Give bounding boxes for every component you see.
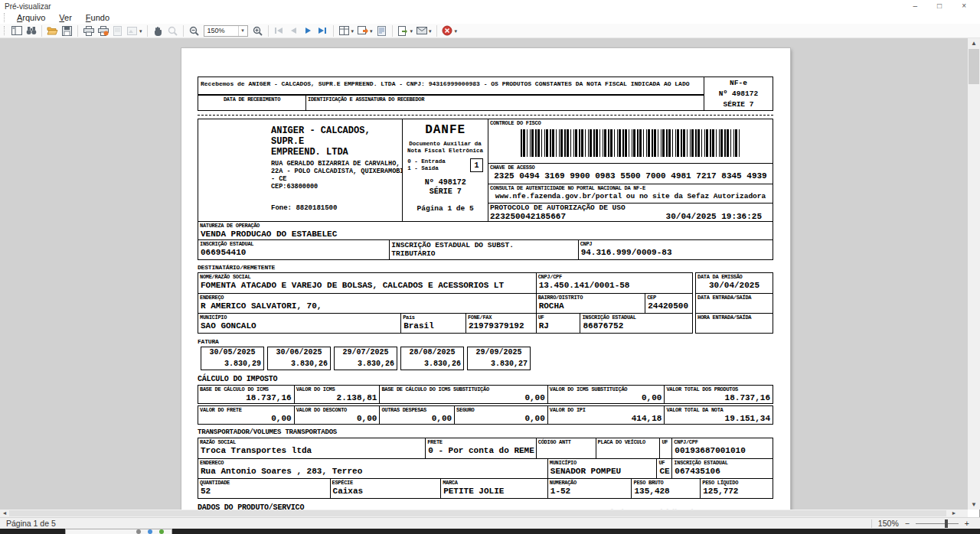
export-button[interactable] — [396, 24, 410, 37]
prev-page-button[interactable] — [286, 24, 301, 37]
dest-municipio: SAO GONCALO — [198, 321, 400, 331]
zoom-combobox[interactable]: 150% ▾ — [204, 25, 248, 37]
vl-total-prod-label: VALOR TOTAL DOS PRODUTOS — [665, 386, 773, 392]
toolbar-grip — [4, 26, 6, 35]
emitente-cep: CEP:63800000 — [271, 183, 402, 190]
fatura-section-title: FATURA — [198, 338, 773, 345]
taskbar-app-icon[interactable] — [159, 529, 164, 534]
taskbar-app-icon[interactable] — [136, 529, 141, 534]
taskbar-search-box[interactable] — [65, 529, 172, 534]
ie-value: 066954410 — [198, 247, 389, 258]
danfe-subtitle: Documento Auxiliar da Nota Fiscal Eletrô… — [407, 141, 483, 155]
document-properties-button[interactable] — [374, 24, 389, 37]
email-button[interactable] — [414, 24, 429, 37]
zoom-combobox-caret[interactable]: ▾ — [238, 26, 247, 36]
close-preview-button[interactable] — [440, 24, 455, 37]
dest-uf: RJ — [537, 321, 580, 331]
scroll-right-icon[interactable]: ► — [949, 510, 959, 517]
windows-taskbar[interactable] — [0, 529, 980, 534]
export-format-button[interactable] — [355, 24, 370, 37]
title-bar: Pré-visualizar – □ × — [0, 0, 980, 11]
statusbar-zoom-level: 150% — [878, 519, 899, 528]
document-icon — [377, 26, 386, 36]
vl-ipi-label: VALOR DO IPI — [548, 406, 665, 413]
dest-pais: Brasil — [401, 321, 466, 331]
last-page-button[interactable] — [315, 24, 330, 37]
fatura-parcela: 29/09/20253.830,27 — [467, 347, 531, 370]
zoom-slider[interactable] — [916, 523, 959, 524]
folder-open-icon — [47, 26, 58, 35]
toolbar-separator — [77, 25, 78, 37]
export-page-icon — [398, 26, 407, 36]
transportador-section-title: TRANSPORTADOR/VOLUMES TRANSPORTADOS — [198, 429, 773, 436]
toolbar: ▾ 150% ▾ ▾ ▾ ▾ ▾ ▾ — [0, 24, 980, 38]
page-layout-caret[interactable]: ▾ — [351, 24, 354, 37]
save-button[interactable] — [60, 24, 74, 37]
thumbnails-panel-button[interactable] — [9, 24, 24, 37]
scroll-down-icon[interactable]: ▼ — [968, 501, 980, 508]
zoom-combobox-value: 150% — [204, 27, 238, 34]
bc-icms-st: 0,00 — [380, 392, 547, 403]
transp-especie: Caixas — [331, 486, 441, 497]
page-layout-button[interactable] — [337, 24, 351, 37]
print-button[interactable] — [81, 24, 96, 37]
watermark-dropdown-caret[interactable]: ▾ — [139, 24, 142, 37]
scroll-left-icon[interactable]: ◄ — [0, 510, 9, 517]
minimize-button[interactable]: – — [913, 2, 918, 11]
open-button[interactable] — [45, 24, 60, 37]
emitente-fone: Fone: 8820181500 — [271, 204, 337, 212]
cnpj-label: CNPJ — [579, 240, 773, 247]
transp-endereco-label: ENDERECO — [198, 459, 547, 466]
canhoto-serie: SÉRIE 7 — [704, 99, 773, 110]
vertical-scrollbar[interactable]: ▲ ▼ — [968, 38, 980, 510]
vertical-scroll-thumb[interactable] — [969, 49, 979, 84]
dest-pais-label: País — [401, 314, 466, 321]
menu-arquivo[interactable]: Arquivo — [11, 12, 51, 23]
page-setup-button[interactable] — [110, 24, 125, 37]
zoom-slider-minus[interactable]: − — [905, 519, 910, 528]
zoom-slider-thumb[interactable] — [945, 519, 948, 528]
danfe-entrada-saida: 0 - Entrada 1 - Saída — [407, 158, 446, 172]
watermark-button[interactable] — [125, 24, 139, 37]
horizontal-scroll-thumb[interactable] — [9, 510, 946, 516]
menu-fundo[interactable]: Fundo — [80, 12, 116, 23]
close-preview-caret[interactable]: ▾ — [455, 24, 458, 37]
maximize-button[interactable]: □ — [937, 2, 942, 11]
email-caret[interactable]: ▾ — [429, 24, 432, 37]
emitente-nome: ANIGER - CALCADOS, SUPR.E EMPREEND. LTDA — [271, 125, 402, 158]
layout-grid-icon — [339, 26, 349, 35]
barcode — [521, 129, 740, 157]
quick-print-button[interactable] — [96, 24, 110, 37]
prev-page-icon — [291, 28, 296, 34]
taskbar-app-icon[interactable] — [148, 529, 152, 534]
transp-ie-label: INSCRIÇÃO ESTADUAL — [672, 459, 773, 466]
transp-municipio-label: MUNICÍPIO — [548, 459, 657, 466]
first-page-button[interactable] — [272, 24, 286, 37]
next-page-button[interactable] — [301, 24, 315, 37]
consulta-value: www.nfe.fazenda.gov.br/portal ou no site… — [488, 191, 773, 202]
dest-ie-label: INSCRIÇÃO ESTADUAL — [580, 314, 692, 321]
zoom-out-button[interactable] — [187, 24, 201, 37]
zoom-in-button[interactable] — [250, 24, 265, 37]
transp-placa-label: PLACA DO VEÍCULO — [596, 438, 660, 445]
emissao-label: DATA DA EMISSÃO — [696, 273, 773, 280]
page-indicator: Página 1 de 5 — [0, 519, 56, 528]
horizontal-scrollbar[interactable]: ◄ ► — [0, 510, 968, 517]
close-window-button[interactable]: × — [962, 2, 966, 11]
scroll-up-icon[interactable]: ▲ — [968, 40, 980, 47]
hora-entrada-label: HORA ENTRADA/SAÍDA — [696, 314, 773, 321]
menu-ver[interactable]: Ver — [53, 12, 78, 23]
outras: 0,00 — [380, 413, 454, 424]
dest-fone-label: FONE/FAX — [466, 314, 536, 321]
export-format-caret[interactable]: ▾ — [370, 24, 373, 37]
find-button[interactable] — [24, 24, 38, 37]
status-bar: Página 1 de 5 150% − + — [0, 517, 980, 529]
hand-icon — [153, 26, 162, 36]
pan-button[interactable] — [151, 24, 165, 37]
zoom-slider-plus[interactable]: + — [965, 519, 969, 528]
export-caret[interactable]: ▾ — [410, 24, 413, 37]
transp-frete: 0 - Por conta do REME — [426, 445, 536, 456]
transp-qtd-label: QUANTIDADE — [198, 479, 330, 486]
assinatura-label: IDENTIFICAÇÃO E ASSINATURA DO RECEBEDOR — [306, 96, 704, 103]
zoom-tool-button[interactable] — [165, 24, 180, 37]
